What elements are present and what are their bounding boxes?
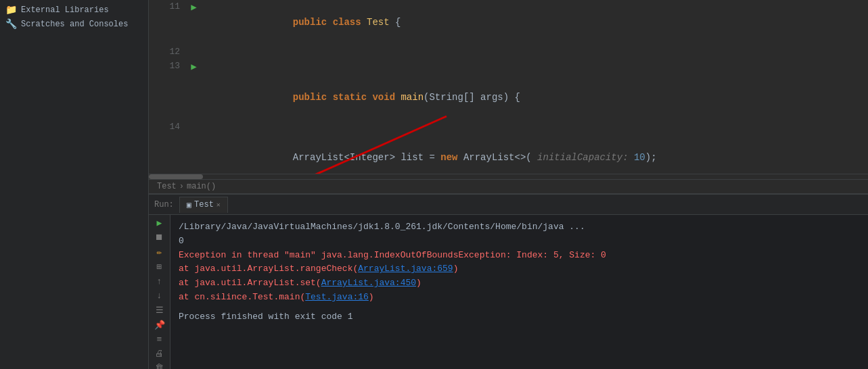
close-tab-button[interactable]: ✕ (216, 201, 221, 209)
stack-trace-3: at cn.silince.Test.main(Test.java:16) (179, 291, 860, 305)
line-code: public class Test { (208, 0, 868, 45)
run-tab-icon: ▣ (187, 200, 191, 210)
line-code: public static void main(String[] args) { (208, 59, 868, 120)
keyword-public: public (293, 17, 333, 28)
sort-button[interactable]: ≡ (152, 335, 167, 345)
run-arrow[interactable]: ▶ (188, 0, 208, 45)
stack1-end: ) (453, 264, 459, 274)
main-layout: 📁 External Libraries 🔧 Scratches and Con… (0, 0, 868, 369)
print-button[interactable]: 🖨 (152, 349, 167, 359)
exit-message: Process finished with exit code 1 (179, 310, 860, 324)
run-content: ▶ ⏹ ✏ ⊞ ↑ ↓ ☰ 📌 ≡ 🖨 🗑 /Library/Java/Java… (149, 215, 868, 369)
stack-trace-2: at java.util.ArrayList.set(ArrayList.jav… (179, 276, 860, 291)
zero-output-line: 0 (179, 235, 860, 249)
code-table: 11 ▶ public class Test { 12 13 (149, 0, 868, 174)
line-number: 13 (149, 59, 188, 120)
table-row: 12 (149, 45, 868, 59)
breadcrumb-class: Test (157, 182, 177, 191)
sidebar-item-scratches[interactable]: 🔧 Scratches and Consoles (0, 17, 148, 31)
run-tab-bar: Run: ▣ Test ✕ (149, 195, 868, 215)
run-button[interactable]: ▶ (152, 218, 167, 228)
code-editor[interactable]: 11 ▶ public class Test { 12 13 (149, 0, 868, 174)
table-row: 11 ▶ public class Test { (149, 0, 868, 45)
run-output[interactable]: /Library/Java/JavaVirtualMachines/jdk1.8… (170, 215, 868, 369)
line-code: ArrayList<Integer> list = new ArrayList<… (208, 120, 868, 174)
line-number: 14 (149, 120, 188, 174)
stack2-text: at java.util.ArrayList.set( (179, 278, 321, 288)
method-name-main: main (401, 92, 424, 103)
run-arrow[interactable]: ▶ (188, 59, 208, 120)
run-panel: Run: ▣ Test ✕ ▶ ⏹ ✏ ⊞ ↑ ↓ ☰ 📌 (149, 193, 868, 369)
horizontal-scrollbar[interactable] (149, 174, 868, 179)
stack3-end: ) (369, 292, 374, 302)
exit-text: Process finished with exit code 1 (179, 312, 352, 322)
scratches-icon: 🔧 (5, 18, 17, 30)
stop-button[interactable]: ⏹ (152, 232, 167, 243)
keyword-new: new (440, 152, 463, 163)
stack-trace-1: at java.util.ArrayList.rangeCheck(ArrayL… (179, 262, 860, 276)
param-hint: initialCapacity: (532, 152, 634, 163)
java-path-line: /Library/Java/JavaVirtualMachines/jdk1.8… (179, 220, 860, 235)
table-row: 14 ArrayList<Integer> list = new ArrayLi… (149, 120, 868, 174)
keyword-static: static (333, 92, 373, 103)
folder-icon: 📁 (5, 4, 17, 16)
line-arrow-empty (188, 120, 208, 174)
exception-line: Exception in thread "main" java.lang.Ind… (179, 249, 860, 263)
run-label: Run: (154, 200, 174, 210)
breadcrumb-separator: › (179, 182, 184, 191)
arraylist-link-1[interactable]: ArrayList.java:659 (358, 264, 453, 274)
scroll-down-button[interactable]: ↓ (152, 291, 167, 301)
breadcrumb-method: main() (187, 182, 216, 191)
scrollbar-thumb[interactable] (149, 174, 203, 179)
line-number: 12 (149, 45, 188, 59)
stack3-text: at cn.silince.Test.main( (179, 292, 305, 302)
stack1-text: at java.util.ArrayList.rangeCheck( (179, 264, 358, 274)
editor-area: 11 ▶ public class Test { 12 13 (149, 0, 868, 369)
pin-button[interactable]: 📌 (152, 320, 167, 330)
restore-button[interactable]: ⊞ (152, 262, 167, 272)
edit-button[interactable]: ✏ (152, 247, 167, 257)
run-tab-test[interactable]: ▣ Test ✕ (179, 197, 228, 213)
sidebar-item-label: Scratches and Consoles (21, 20, 128, 29)
test-link[interactable]: Test.java:16 (305, 292, 369, 302)
breadcrumb: Test › main() (149, 179, 868, 193)
table-row: 13 ▶ public static void main(String[] ar… (149, 59, 868, 120)
clear-button[interactable]: 🗑 (152, 363, 167, 369)
line-number: 11 (149, 0, 188, 45)
wrap-button[interactable]: ☰ (152, 305, 167, 316)
arraylist-link-2[interactable]: ArrayList.java:450 (321, 278, 416, 288)
sidebar-item-external-libraries[interactable]: 📁 External Libraries (0, 3, 148, 17)
stack2-end: ) (416, 278, 421, 288)
class-name: Test (367, 17, 395, 28)
sidebar-item-label: External Libraries (21, 5, 109, 15)
line-code (208, 45, 868, 59)
sidebar: 📁 External Libraries 🔧 Scratches and Con… (0, 0, 149, 369)
run-sidebar: ▶ ⏹ ✏ ⊞ ↑ ↓ ☰ 📌 ≡ 🖨 🗑 (149, 215, 170, 369)
scroll-up-button[interactable]: ↑ (152, 276, 167, 287)
keyword-class: class (333, 17, 367, 28)
keyword-public: public (293, 92, 333, 103)
keyword-void: void (372, 92, 401, 103)
line-arrow-empty (188, 45, 208, 59)
run-tab-label: Test (194, 200, 214, 210)
